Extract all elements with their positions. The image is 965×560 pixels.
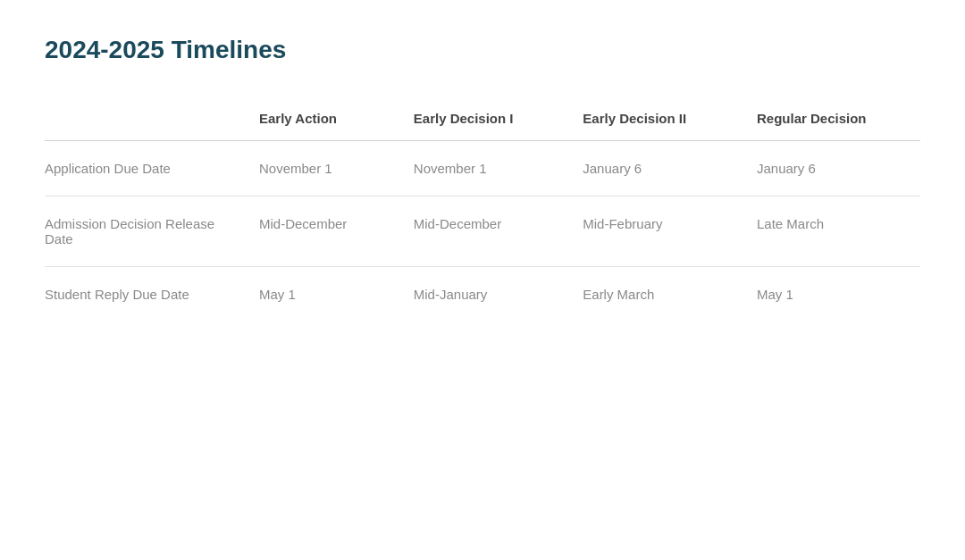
col-header-early-decision-1: Early Decision I — [396, 100, 565, 141]
cell-application-early-action: November 1 — [241, 141, 396, 196]
table-row: Application Due Date November 1 November… — [45, 141, 920, 196]
table-row: Student Reply Due Date May 1 Mid-January… — [45, 267, 920, 322]
row-label-admission-decision: Admission Decision Release Date — [45, 196, 241, 267]
cell-application-early-decision-2: January 6 — [565, 141, 739, 196]
cell-admission-regular-decision: Late March — [739, 196, 920, 267]
row-label-application-due: Application Due Date — [45, 141, 241, 196]
cell-reply-early-decision-2: Early March — [565, 267, 739, 322]
cell-reply-early-decision-1: Mid-January — [396, 267, 565, 322]
timeline-table: Early Action Early Decision I Early Deci… — [45, 100, 920, 322]
table-row: Admission Decision Release Date Mid-Dece… — [45, 196, 920, 267]
cell-reply-early-action: May 1 — [241, 267, 396, 322]
table-header-row: Early Action Early Decision I Early Deci… — [45, 100, 920, 141]
col-header-label — [45, 100, 241, 141]
page-title: 2024-2025 Timelines — [45, 36, 920, 64]
cell-admission-early-action: Mid-December — [241, 196, 396, 267]
cell-application-early-decision-1: November 1 — [396, 141, 565, 196]
cell-admission-early-decision-2: Mid-February — [565, 196, 739, 267]
col-header-early-decision-2: Early Decision II — [565, 100, 739, 141]
col-header-regular-decision: Regular Decision — [739, 100, 920, 141]
col-header-early-action: Early Action — [241, 100, 396, 141]
cell-reply-regular-decision: May 1 — [739, 267, 920, 322]
cell-application-regular-decision: January 6 — [739, 141, 920, 196]
cell-admission-early-decision-1: Mid-December — [396, 196, 565, 267]
row-label-student-reply: Student Reply Due Date — [45, 267, 241, 322]
